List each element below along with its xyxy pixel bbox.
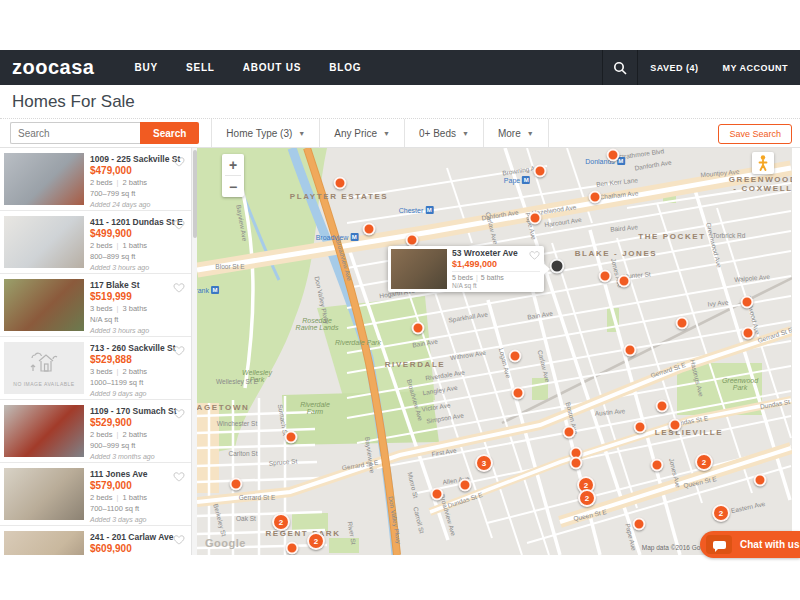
map-listing-marker[interactable] bbox=[599, 270, 612, 283]
favorite-icon[interactable] bbox=[173, 219, 185, 230]
map-listing-marker[interactable] bbox=[651, 459, 664, 472]
map-listing-marker[interactable] bbox=[633, 518, 646, 531]
zoocasa-logo[interactable]: zoocasa bbox=[12, 56, 94, 79]
listing-beds: 2 beds bbox=[90, 178, 113, 187]
map-listing-marker[interactable] bbox=[624, 344, 637, 357]
road-label: River St bbox=[347, 521, 358, 545]
listing-card[interactable]: 1109 - 170 Sumach St$529,9002 beds|2 bat… bbox=[0, 400, 191, 463]
favorite-icon[interactable] bbox=[173, 345, 185, 356]
neighborhood-label: BLAKE - JONES bbox=[575, 249, 658, 258]
listing-added: Added 3 months ago bbox=[90, 453, 186, 460]
subway-icon: M bbox=[522, 176, 530, 184]
map-listing-marker[interactable] bbox=[607, 149, 620, 162]
map-listing-marker[interactable] bbox=[363, 223, 376, 236]
road-label: Gerrard St E bbox=[650, 361, 687, 379]
listing-baths: 2 baths bbox=[122, 367, 147, 376]
saved-link[interactable]: SAVED (4) bbox=[638, 50, 710, 85]
neighborhood-label: PLAYTER ESTATES bbox=[290, 192, 389, 201]
favorite-icon[interactable] bbox=[173, 282, 185, 293]
map-cluster-marker[interactable]: 2 bbox=[307, 532, 325, 550]
search-input[interactable] bbox=[10, 122, 140, 144]
listing-card[interactable]: 411 - 1201 Dundas St E$499,9002 beds|1 b… bbox=[0, 211, 191, 274]
map-listing-marker[interactable] bbox=[534, 165, 547, 178]
listing-card[interactable]: 241 - 201 Carlaw Ave$609,900 bbox=[0, 526, 191, 555]
save-search-button[interactable]: Save Search bbox=[718, 124, 792, 144]
pegman-button[interactable] bbox=[752, 152, 774, 174]
search-icon[interactable] bbox=[602, 50, 638, 85]
map-selected-marker[interactable] bbox=[550, 259, 565, 274]
map-cluster-marker[interactable]: 2 bbox=[272, 513, 290, 531]
my-account-link[interactable]: MY ACCOUNT bbox=[711, 50, 800, 85]
map-listing-marker[interactable] bbox=[589, 191, 602, 204]
map-cluster-marker[interactable]: 2 bbox=[695, 453, 713, 471]
chevron-down-icon: ▼ bbox=[383, 130, 390, 137]
no-image-house-icon bbox=[27, 349, 61, 379]
map-listing-marker[interactable] bbox=[286, 542, 299, 555]
map-listing-marker[interactable] bbox=[509, 350, 522, 363]
map-listing-marker[interactable] bbox=[570, 457, 583, 470]
park-label: Riverdale Farm bbox=[300, 401, 330, 415]
map-cluster-marker[interactable]: 2 bbox=[578, 489, 596, 507]
map-listing-marker[interactable] bbox=[529, 212, 542, 225]
map-listing-marker[interactable] bbox=[512, 387, 525, 400]
map-listing-marker[interactable] bbox=[412, 322, 425, 335]
nav-link-buy[interactable]: BUY bbox=[120, 50, 172, 85]
listing-card[interactable]: NO IMAGE AVAILABLE713 - 260 Sackville St… bbox=[0, 337, 191, 400]
map-listing-marker[interactable] bbox=[669, 419, 682, 432]
map-listing-marker[interactable] bbox=[563, 426, 576, 439]
road-label: Broadview Ave bbox=[335, 238, 354, 281]
map-listing-marker[interactable] bbox=[634, 421, 647, 434]
favorite-icon[interactable] bbox=[173, 471, 185, 482]
road-label: Gerrard St E bbox=[757, 326, 792, 344]
favorite-icon[interactable] bbox=[173, 534, 185, 545]
road-label: Oak St bbox=[236, 515, 256, 522]
map-listing-marker[interactable] bbox=[754, 474, 767, 487]
listing-info: 1109 - 170 Sumach St$529,9002 beds|2 bat… bbox=[90, 405, 186, 457]
map-listing-marker[interactable] bbox=[459, 479, 472, 492]
filter-dropdown-any-price[interactable]: Any Price▼ bbox=[319, 119, 404, 147]
map-listing-marker[interactable] bbox=[334, 177, 347, 190]
map-cluster-marker[interactable]: 3 bbox=[475, 454, 493, 472]
listing-card[interactable]: 117 Blake St$519,9993 beds|3 bathsN/A sq… bbox=[0, 274, 191, 337]
zoom-out-button[interactable]: − bbox=[222, 176, 244, 197]
map-cluster-marker[interactable]: 2 bbox=[712, 504, 730, 522]
map-listing-marker[interactable] bbox=[656, 400, 669, 413]
road-label: Dundas St E bbox=[447, 491, 484, 509]
road-label: Don Valley Pkwy bbox=[387, 496, 402, 545]
map-listing-marker[interactable] bbox=[431, 488, 444, 501]
road-label: Hastings Ave bbox=[689, 359, 705, 397]
map-listing-marker[interactable] bbox=[618, 275, 631, 288]
map-listing-marker[interactable] bbox=[741, 296, 754, 309]
road-label: Wellesley St E bbox=[216, 378, 258, 385]
nav-link-blog[interactable]: BLOG bbox=[315, 50, 375, 85]
favorite-icon[interactable] bbox=[173, 156, 185, 167]
popup-sqft: N/A sq ft bbox=[452, 282, 540, 289]
nav-link-sell[interactable]: SELL bbox=[172, 50, 229, 85]
listing-card[interactable]: 1009 - 225 Sackville St$479,0002 beds|2 … bbox=[0, 148, 191, 211]
subway-station-label: FrankM bbox=[197, 286, 219, 294]
favorite-icon[interactable] bbox=[173, 408, 185, 419]
map-listing-marker[interactable] bbox=[230, 478, 243, 491]
listing-price: $579,000 bbox=[90, 480, 186, 491]
popup-favorite-icon[interactable] bbox=[529, 250, 540, 260]
chevron-down-icon: ▼ bbox=[527, 130, 534, 137]
zoom-in-button[interactable]: + bbox=[222, 154, 244, 175]
map-listing-marker[interactable] bbox=[676, 317, 689, 330]
listing-card[interactable]: 111 Jones Ave$579,0002 beds|1 baths700–1… bbox=[0, 463, 191, 526]
nav-link-about-us[interactable]: ABOUT US bbox=[229, 50, 316, 85]
map-canvas[interactable]: PLAYTER ESTATESTHE POCKETBLAKE - JONESGR… bbox=[197, 148, 792, 555]
filter-dropdown-0-beds[interactable]: 0+ Beds▼ bbox=[404, 119, 483, 147]
filter-dropdown-home-type-3-[interactable]: Home Type (3)▼ bbox=[211, 119, 319, 147]
map-listing-marker[interactable] bbox=[742, 327, 755, 340]
filter-dropdown-more[interactable]: More▼ bbox=[483, 119, 549, 147]
chat-label: Chat with us bbox=[740, 539, 799, 550]
search-button[interactable]: Search bbox=[140, 122, 199, 144]
listing-baths: 2 baths bbox=[122, 178, 147, 187]
listing-price: $519,999 bbox=[90, 291, 186, 302]
google-logo: Google bbox=[205, 537, 246, 549]
chat-with-us-button[interactable]: Chat with us bbox=[700, 531, 800, 558]
map-listing-marker[interactable] bbox=[285, 431, 298, 444]
map-listing-popup[interactable]: 53 Wroxeter Ave $1,499,000 5 beds|5 bath… bbox=[388, 246, 544, 292]
road-label: Spruce St bbox=[268, 457, 297, 466]
map-listing-marker[interactable] bbox=[406, 234, 419, 247]
